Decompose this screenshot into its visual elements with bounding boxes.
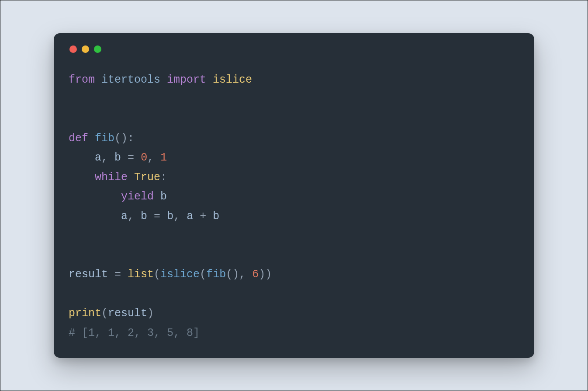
token-default [128,171,134,184]
token-default [246,268,252,281]
token-default [121,151,128,164]
token-default [154,190,160,203]
token-var: b [160,190,167,203]
token-punct: ( [226,268,232,281]
token-var: b [213,210,219,223]
token-default [69,210,121,223]
token-default [69,171,95,184]
token-var: b [167,210,173,223]
close-icon[interactable] [69,45,77,53]
token-punct: ) [147,307,154,320]
token-var: result [108,307,147,320]
token-keyword: while [95,171,128,184]
token-punct: ( [114,132,121,145]
token-punct: ) [265,268,272,281]
token-op: = [128,151,134,164]
token-punct: , [101,151,108,164]
token-keyword: from [69,73,95,86]
token-punct: ( [101,307,108,320]
token-default [69,151,95,164]
token-default [147,210,154,223]
token-default [69,190,121,203]
token-var: a [187,210,193,223]
token-punct: : [128,132,134,145]
token-punct: , [128,210,134,223]
token-clsname: islice [213,73,252,86]
token-var: b [141,210,147,223]
token-default [108,151,114,164]
token-punct: ( [154,268,160,281]
token-punct: , [147,151,154,164]
token-default [206,210,213,223]
token-clsname: True [134,171,160,184]
token-op: = [114,268,121,281]
token-var: a [95,151,101,164]
token-default [193,210,200,223]
token-default [160,73,167,86]
token-keyword: yield [121,190,154,203]
token-funcname: fib [95,132,114,145]
token-funcname: islice [160,268,200,281]
token-var: b [114,151,121,164]
maximize-icon[interactable] [94,45,101,53]
token-keyword: def [69,132,88,145]
token-module: itertools [101,73,160,86]
traffic-lights [69,45,519,53]
token-default [121,268,128,281]
token-op: + [200,210,206,223]
token-punct: , [239,268,246,281]
token-num: 1 [160,151,167,164]
token-default [95,73,101,86]
token-default [134,210,141,223]
token-default [108,268,114,281]
token-punct: ) [121,132,128,145]
code-window: from itertools import islice def fib(): … [54,33,534,358]
token-num: 6 [252,268,259,281]
token-comment: # [1, 1, 2, 3, 5, 8] [69,327,200,339]
token-var: result [69,268,108,281]
token-keyword: import [167,73,206,86]
token-default [88,132,95,145]
token-num: 0 [141,151,147,164]
token-default [134,151,141,164]
token-punct: ( [200,268,206,281]
token-punct: : [160,171,167,184]
token-op: = [154,210,160,223]
token-punct: ) [232,268,239,281]
token-default [154,151,160,164]
token-default [160,210,167,223]
token-builtin: list [128,268,154,281]
token-var: a [121,210,128,223]
token-funcname: fib [206,268,226,281]
token-punct: ) [259,268,265,281]
minimize-icon[interactable] [82,45,89,53]
token-default [180,210,187,223]
token-default [206,73,213,86]
code-block: from itertools import islice def fib(): … [69,70,519,343]
token-punct: , [173,210,180,223]
token-builtin: print [69,307,101,320]
